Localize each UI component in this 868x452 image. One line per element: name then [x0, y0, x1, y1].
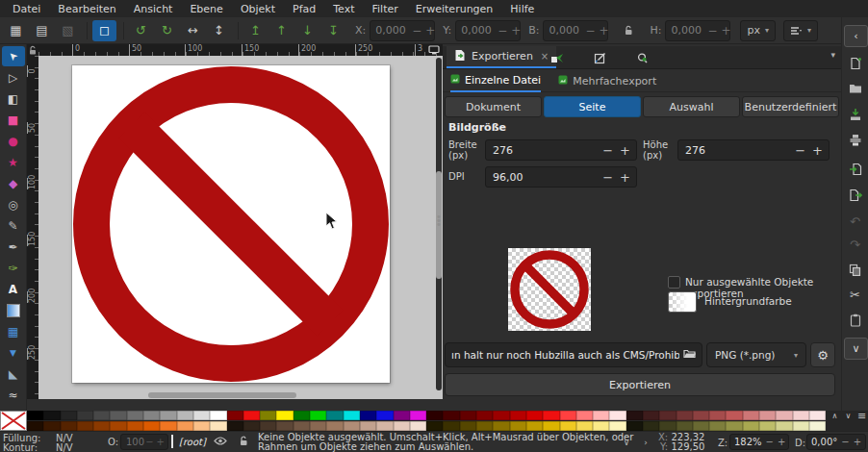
width-input[interactable]: −+: [485, 139, 637, 161]
zoom-input[interactable]: 182% −+: [729, 434, 789, 450]
plus-icon[interactable]: +: [511, 25, 521, 37]
rotate-ccw-icon[interactable]: ↺: [129, 20, 153, 41]
collapse-panel-icon[interactable]: ‹: [844, 25, 868, 47]
palette-swatch[interactable]: [693, 411, 709, 420]
export-icon[interactable]: [844, 185, 866, 205]
palette-swatch[interactable]: [127, 411, 143, 420]
horizontal-ruler[interactable]: 0501001502002503: [38, 44, 443, 56]
palette-swatch[interactable]: [260, 411, 276, 420]
h-field-input[interactable]: −+: [665, 20, 730, 41]
palette-swatch[interactable]: [43, 421, 60, 431]
lock-ratio-icon[interactable]: [616, 20, 640, 41]
menu-ansicht[interactable]: Ansicht: [125, 1, 182, 17]
minus-icon[interactable]: −: [585, 25, 595, 37]
palette-swatch[interactable]: [493, 411, 509, 420]
palette-swatch[interactable]: [659, 411, 676, 420]
undo-icon[interactable]: ↶: [844, 212, 866, 232]
horizontal-scrollbar-thumb[interactable]: [148, 392, 296, 398]
plus-icon[interactable]: +: [425, 25, 435, 37]
raise-to-top-icon[interactable]: ↥: [243, 20, 268, 41]
menu-filter[interactable]: Filter: [364, 1, 407, 17]
palette-swatch[interactable]: [743, 421, 759, 431]
select-all-layers-icon[interactable]: ▤: [30, 20, 54, 41]
selected-only-checkbox[interactable]: [668, 276, 680, 289]
status-collapse-icon[interactable]: ∨: [618, 434, 635, 450]
palette-swatch[interactable]: [243, 411, 260, 420]
palette-swatch[interactable]: [693, 421, 709, 431]
palette-swatch[interactable]: [560, 421, 576, 431]
b-field-spinner[interactable]: −+: [585, 25, 612, 37]
minus-icon[interactable]: −: [602, 171, 613, 184]
palette-swatch[interactable]: [793, 411, 809, 420]
expand-panel-icon[interactable]: ∨: [844, 338, 868, 360]
plus-icon[interactable]: +: [600, 25, 609, 37]
palette-swatch[interactable]: [260, 421, 276, 431]
y-field-input[interactable]: −+: [455, 20, 521, 41]
tab-mehrfachexport[interactable]: Mehrfachexport: [558, 71, 656, 92]
minus-icon[interactable]: −: [145, 438, 153, 447]
height-spinner[interactable]: −+: [795, 144, 829, 157]
import-icon[interactable]: [844, 159, 866, 179]
palette-swatch[interactable]: [344, 421, 360, 431]
prohibition-sign-drawing[interactable]: [72, 65, 390, 383]
status-expand-icon[interactable]: ›: [639, 434, 652, 450]
y-field-value[interactable]: [456, 24, 498, 37]
palette-swatch[interactable]: [543, 421, 559, 431]
minus-icon[interactable]: −: [602, 144, 613, 157]
rotation-spinner[interactable]: −+: [841, 438, 865, 447]
filename-input-box[interactable]: [445, 342, 702, 367]
open-document-icon[interactable]: [844, 78, 866, 98]
palette-swatch[interactable]: [193, 411, 210, 420]
palette-swatch[interactable]: [809, 421, 826, 431]
palette-swatch[interactable]: [110, 411, 126, 420]
stroke-value[interactable]: N/V: [56, 442, 73, 452]
palette-swatch[interactable]: [677, 411, 693, 420]
palette-swatch[interactable]: [344, 411, 360, 420]
minus-icon[interactable]: −: [707, 25, 717, 37]
tweak-tool[interactable]: ≈: [2, 385, 25, 405]
palette-swatch[interactable]: [643, 421, 659, 431]
horizontal-scrollbar[interactable]: [40, 392, 425, 398]
menu-pfad[interactable]: Pfad: [284, 1, 324, 17]
filename-input[interactable]: [446, 349, 683, 361]
palette-swatch[interactable]: [61, 411, 77, 420]
rotation-input[interactable]: 0,00° −+: [806, 434, 866, 450]
current-layer-label[interactable]: [root]: [179, 437, 206, 447]
palette-swatch[interactable]: [177, 411, 193, 420]
box-3d-tool[interactable]: ◆: [2, 173, 25, 193]
palette-swatch[interactable]: [294, 411, 310, 420]
choose-file-folder-icon[interactable]: [683, 348, 702, 362]
canvas-viewport[interactable]: [38, 56, 443, 399]
cut-icon[interactable]: ✂: [844, 285, 866, 305]
opacity-input[interactable]: 100 −+: [120, 434, 168, 450]
palette-swatch[interactable]: [493, 421, 509, 431]
palette-swatch[interactable]: [759, 421, 776, 431]
palette-swatch[interactable]: [326, 421, 343, 431]
menu-ebene[interactable]: Ebene: [181, 1, 231, 17]
menu-text[interactable]: Text: [324, 1, 363, 17]
area-button-dokument[interactable]: Dokument: [445, 96, 542, 117]
palette-swatch[interactable]: [93, 421, 110, 431]
palette-swatch[interactable]: [376, 421, 393, 431]
palette-swatch[interactable]: [61, 421, 77, 431]
palette-swatch[interactable]: [726, 411, 742, 420]
select-all-icon[interactable]: ▦: [4, 20, 28, 41]
palette-swatch[interactable]: [410, 411, 426, 420]
palette-swatch[interactable]: [360, 421, 376, 431]
palette-swatch[interactable]: [27, 421, 43, 431]
palette-swatch[interactable]: [276, 421, 293, 431]
transform-dialog-icon[interactable]: [547, 49, 568, 66]
unit-dropdown[interactable]: px▾: [740, 20, 776, 41]
palette-swatch[interactable]: [576, 421, 593, 431]
ruler-corner-lock-icon[interactable]: [27, 44, 38, 56]
palette-swatch[interactable]: [77, 421, 93, 431]
mesh-gradient-tool[interactable]: ▦: [2, 321, 25, 341]
plus-icon[interactable]: +: [722, 25, 731, 37]
palette-swatch[interactable]: [476, 411, 493, 420]
minus-icon[interactable]: −: [766, 438, 774, 447]
palette-swatch[interactable]: [276, 411, 293, 420]
palette-swatch[interactable]: [93, 411, 110, 420]
palette-menu-icon[interactable]: ≡: [855, 411, 868, 421]
palette-swatch[interactable]: [543, 411, 559, 420]
lower-to-bottom-icon[interactable]: ↧: [321, 20, 345, 41]
